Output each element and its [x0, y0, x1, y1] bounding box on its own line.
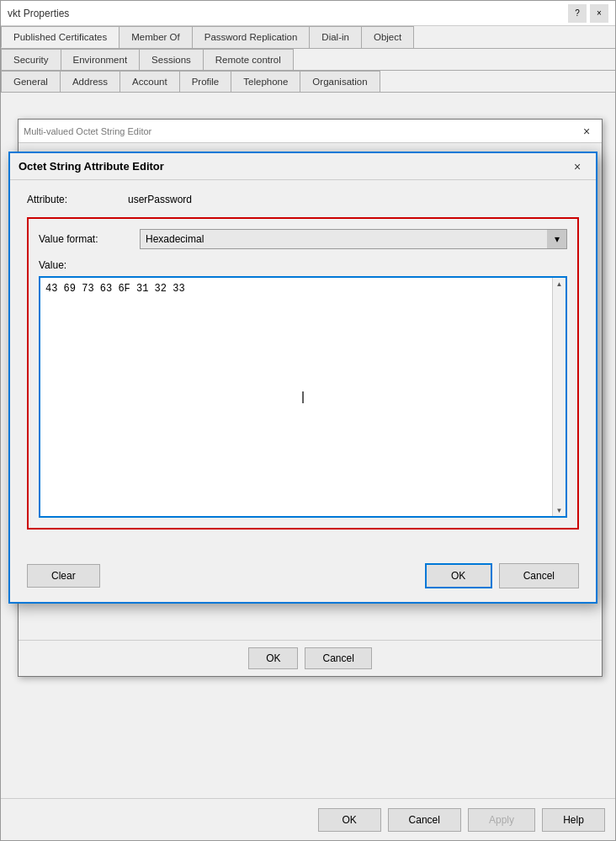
tab-row-3: General Address Account Profile Telephon…	[1, 71, 615, 93]
format-row: Value format: Hexadecimal Binary Octal D…	[39, 229, 567, 249]
tab-address[interactable]: Address	[60, 71, 120, 92]
textarea-scrollbar: ▲ ▼	[552, 278, 566, 516]
mvo-ok-button[interactable]: OK	[248, 647, 298, 669]
tab-row-1: Published Certificates Member Of Passwor…	[1, 26, 615, 49]
osae-content: Attribute: userPassword Value format: He…	[10, 180, 596, 555]
value-label: Value:	[39, 259, 567, 271]
tab-remote-control[interactable]: Remote control	[203, 49, 294, 70]
mvo-titlebar: Multi-valued Octet String Editor ×	[19, 120, 602, 143]
bg-help-button[interactable]: Help	[542, 808, 605, 832]
bg-ok-button[interactable]: OK	[318, 808, 381, 832]
bg-footer: OK Cancel Apply Help	[1, 798, 615, 840]
tab-sessions[interactable]: Sessions	[139, 49, 204, 70]
tab-organisation[interactable]: Organisation	[300, 71, 380, 92]
osae-dialog-title: Octet String Attribute Editor	[19, 160, 164, 173]
tab-profile[interactable]: Profile	[179, 71, 232, 92]
bg-titlebar: vkt Properties ? ×	[1, 1, 615, 26]
osae-footer: Clear OK Cancel	[10, 555, 596, 602]
bg-apply-button[interactable]: Apply	[468, 808, 535, 832]
tab-dial-in[interactable]: Dial-in	[309, 26, 362, 48]
attribute-label: Attribute:	[27, 194, 128, 205]
tab-telephone[interactable]: Telephone	[231, 71, 300, 92]
scroll-up-icon[interactable]: ▲	[554, 278, 566, 290]
bg-window-title: vkt Properties	[8, 8, 69, 19]
tab-security[interactable]: Security	[1, 49, 61, 70]
bg-cancel-button[interactable]: Cancel	[388, 808, 461, 832]
close-window-button[interactable]: ×	[590, 4, 608, 23]
value-textarea-wrapper: I ▲ ▼	[39, 276, 567, 518]
mvo-cancel-button[interactable]: Cancel	[305, 647, 371, 669]
cancel-button[interactable]: Cancel	[499, 563, 579, 588]
mvo-close-button[interactable]: ×	[576, 121, 597, 141]
tab-account[interactable]: Account	[119, 71, 180, 92]
help-button[interactable]: ?	[568, 4, 587, 23]
clear-button[interactable]: Clear	[27, 564, 100, 588]
mvo-dialog-title: Multi-valued Octet String Editor	[24, 126, 151, 136]
osae-titlebar: Octet String Attribute Editor ×	[10, 153, 596, 180]
tab-row-2: Security Environment Sessions Remote con…	[1, 49, 615, 71]
tab-general[interactable]: General	[1, 71, 61, 92]
tab-member-of[interactable]: Member Of	[119, 26, 193, 48]
attribute-value: userPassword	[128, 194, 192, 205]
ok-button[interactable]: OK	[425, 563, 492, 588]
osae-close-button[interactable]: ×	[567, 157, 587, 177]
attribute-row: Attribute: userPassword	[27, 194, 579, 205]
red-border-section: Value format: Hexadecimal Binary Octal D…	[27, 217, 579, 530]
value-format-select[interactable]: Hexadecimal Binary Octal Decimal	[140, 229, 567, 249]
osae-dialog: Octet String Attribute Editor × Attribut…	[8, 152, 597, 604]
tab-object[interactable]: Object	[361, 26, 414, 48]
mvo-footer: OK Cancel	[19, 640, 602, 676]
tab-published-certificates[interactable]: Published Certificates	[1, 26, 119, 48]
format-select-wrapper: Hexadecimal Binary Octal Decimal ▾	[140, 229, 567, 249]
bg-titlebar-controls: ? ×	[568, 4, 608, 23]
scroll-down-icon[interactable]: ▼	[554, 504, 566, 516]
value-format-label: Value format:	[39, 233, 140, 245]
tab-environment[interactable]: Environment	[61, 49, 141, 70]
tab-password-replication[interactable]: Password Replication	[192, 26, 311, 48]
value-textarea[interactable]	[40, 278, 566, 514]
